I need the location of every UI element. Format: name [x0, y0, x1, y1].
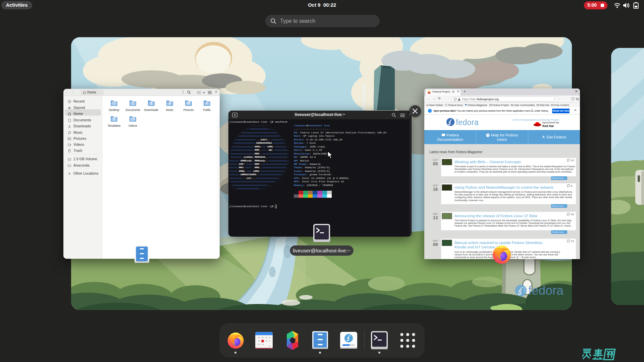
svg-text:fedora: fedora [528, 284, 564, 297]
svg-text:?: ? [487, 134, 489, 137]
